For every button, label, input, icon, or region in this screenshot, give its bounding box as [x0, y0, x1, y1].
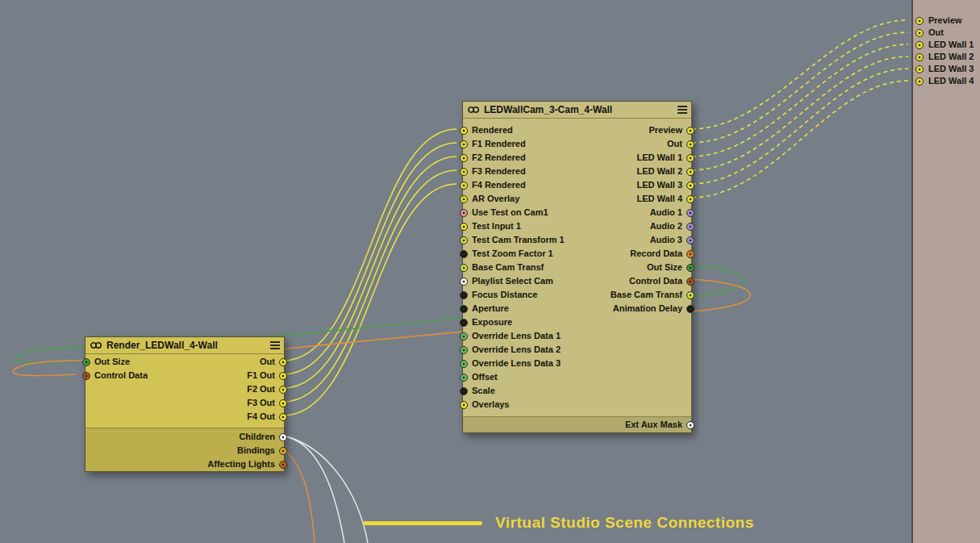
cam-input-test-input-1[interactable]: Test Input 1 — [463, 219, 565, 233]
wire-f3-out-to-f3-rendered[interactable] — [283, 170, 457, 402]
port-dot[interactable] — [686, 305, 694, 313]
port-dot[interactable] — [460, 360, 468, 368]
cam-input-scale[interactable]: Scale — [463, 384, 565, 398]
port-dot[interactable] — [686, 223, 694, 231]
wire-ledwall3-to-panel[interactable] — [692, 69, 908, 184]
node-menu-icon[interactable] — [678, 105, 687, 115]
render-input-control-data[interactable]: Control Data — [85, 371, 148, 380]
render-port-affecting-lights[interactable]: Affecting Lights — [85, 457, 284, 471]
cam-output-out-size[interactable]: Out Size — [611, 261, 691, 274]
port-dot[interactable] — [82, 372, 90, 380]
cam-output-audio-3[interactable]: Audio 3 — [611, 233, 691, 247]
port-dot[interactable] — [279, 461, 287, 469]
port-dot[interactable] — [460, 332, 468, 340]
cam-output-audio-1[interactable]: Audio 1 — [611, 206, 691, 219]
port-dot[interactable] — [460, 140, 468, 148]
cam-input-test-zoom-factor-1[interactable]: Test Zoom Factor 1 — [463, 247, 565, 261]
render-port-children[interactable]: Children — [85, 430, 284, 444]
port-dot[interactable] — [279, 372, 287, 380]
cam-output-led-wall-3[interactable]: LED Wall 3 — [611, 178, 691, 192]
port-dot[interactable] — [915, 29, 924, 37]
wire-ledwall4-to-panel[interactable] — [692, 81, 908, 198]
cam-input-offset[interactable]: Offset — [463, 370, 565, 384]
node-render-header[interactable]: Render_LEDWall_4-Wall — [85, 337, 284, 354]
wire-ledwall2-to-panel[interactable] — [692, 56, 908, 170]
cam-input-test-cam-transform-1[interactable]: Test Cam Transform 1 — [463, 233, 565, 247]
cam-output-led-wall-4[interactable]: LED Wall 4 — [611, 192, 691, 206]
port-dot[interactable] — [686, 278, 694, 286]
port-dot[interactable] — [460, 374, 468, 382]
render-input-out-size[interactable]: Out Size — [85, 357, 130, 366]
cam-input-override-lens-data-1[interactable]: Override Lens Data 1 — [463, 329, 565, 343]
render-output-f3-out[interactable]: F3 Out — [247, 399, 284, 407]
cam-input-use-test-on-cam1[interactable]: Use Test on Cam1 — [463, 206, 565, 219]
port-dot[interactable] — [915, 65, 924, 73]
port-dot[interactable] — [686, 291, 694, 299]
cam-input-ar-overlay[interactable]: AR Overlay — [463, 192, 565, 206]
port-dot[interactable] — [460, 154, 468, 162]
port-dot[interactable] — [686, 421, 694, 429]
wire-bindings-down[interactable] — [283, 449, 315, 543]
port-dot[interactable] — [686, 236, 694, 244]
node-menu-icon[interactable] — [270, 340, 280, 350]
cam-input-aperture[interactable]: Aperture — [463, 302, 565, 315]
port-dot[interactable] — [460, 127, 468, 135]
cam-input-override-lens-data-3[interactable]: Override Lens Data 3 — [463, 357, 565, 370]
cam-input-playlist-select-cam[interactable]: Playlist Select Cam — [463, 274, 565, 288]
port-dot[interactable] — [686, 195, 694, 203]
render-output-f1-out[interactable]: F1 Out — [247, 371, 284, 380]
port-dot[interactable] — [460, 209, 468, 217]
cam-footer-ext-aux-mask[interactable]: Ext Aux Mask — [463, 416, 691, 432]
node-cam-header[interactable]: LEDWallCam_3-Cam_4-Wall — [463, 102, 691, 119]
port-dot[interactable] — [460, 305, 468, 313]
port-dot[interactable] — [686, 127, 694, 135]
cam-output-preview[interactable]: Preview — [611, 123, 691, 137]
cam-input-f4-rendered[interactable]: F4 Rendered — [463, 178, 565, 192]
port-dot[interactable] — [915, 53, 924, 61]
cam-output-led-wall-2[interactable]: LED Wall 2 — [611, 165, 691, 178]
port-dot[interactable] — [460, 182, 468, 190]
port-dot[interactable] — [279, 447, 287, 455]
node-render-ledwall[interactable]: Render_LEDWall_4-Wall Out SizeOutControl… — [85, 336, 285, 472]
wire-out-to-rendered[interactable] — [283, 129, 457, 361]
cam-output-animation-delay[interactable]: Animation Delay — [611, 302, 691, 315]
port-dot[interactable] — [460, 236, 468, 244]
cam-output-base-cam-transf[interactable]: Base Cam Transf — [611, 288, 691, 302]
port-dot[interactable] — [460, 195, 468, 203]
port-dot[interactable] — [686, 168, 694, 176]
panel-port-led-wall-3[interactable]: LED Wall 3 — [913, 63, 980, 75]
panel-port-led-wall-4[interactable]: LED Wall 4 — [913, 75, 980, 87]
panel-port-led-wall-1[interactable]: LED Wall 1 — [913, 39, 980, 51]
port-dot[interactable] — [460, 250, 468, 258]
cam-input-exposure[interactable]: Exposure — [463, 315, 565, 329]
port-dot[interactable] — [915, 41, 924, 49]
cam-input-override-lens-data-2[interactable]: Override Lens Data 2 — [463, 343, 565, 357]
port-dot[interactable] — [279, 433, 287, 441]
wire-out-to-panel[interactable] — [692, 32, 908, 143]
render-output-out[interactable]: Out — [260, 357, 284, 366]
port-dot[interactable] — [686, 250, 694, 258]
port-dot[interactable] — [460, 278, 468, 286]
port-dot[interactable] — [686, 264, 694, 272]
panel-port-preview[interactable]: Preview — [913, 15, 980, 27]
node-ledwallcam[interactable]: LEDWallCam_3-Cam_4-Wall RenderedF1 Rende… — [462, 101, 692, 433]
wire-children-2[interactable] — [283, 436, 368, 543]
render-output-f2-out[interactable]: F2 Out — [247, 385, 284, 394]
port-dot[interactable] — [686, 154, 694, 162]
port-dot[interactable] — [460, 319, 468, 327]
cam-input-f2-rendered[interactable]: F2 Rendered — [463, 151, 565, 165]
wire-f4-out-to-f4-rendered[interactable] — [283, 184, 457, 416]
cam-output-control-data[interactable]: Control Data — [611, 274, 691, 288]
node-graph-canvas[interactable]: Render_LEDWall_4-Wall Out SizeOutControl… — [0, 0, 980, 543]
port-dot[interactable] — [460, 168, 468, 176]
panel-port-out[interactable]: Out — [913, 27, 980, 39]
port-dot[interactable] — [686, 140, 694, 148]
cam-output-record-data[interactable]: Record Data — [611, 247, 691, 261]
cam-output-audio-2[interactable]: Audio 2 — [611, 219, 691, 233]
port-dot[interactable] — [460, 387, 468, 395]
wire-f2-out-to-f2-rendered[interactable] — [283, 157, 457, 388]
port-dot[interactable] — [915, 17, 924, 25]
port-dot[interactable] — [279, 386, 287, 394]
wire-f1-out-to-f1-rendered[interactable] — [283, 143, 457, 374]
cam-input-rendered[interactable]: Rendered — [463, 123, 565, 137]
